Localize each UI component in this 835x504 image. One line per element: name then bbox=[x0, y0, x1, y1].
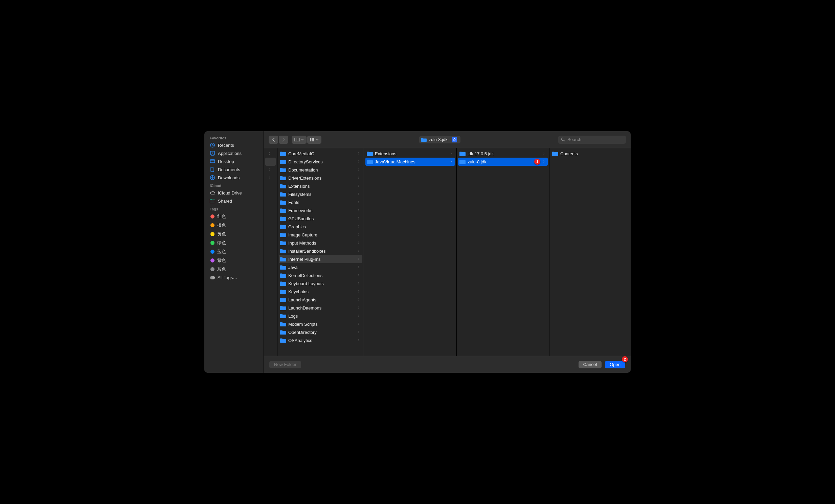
open-button[interactable]: Open bbox=[605, 361, 625, 369]
list-item[interactable]: Internet Plug-Ins〉 bbox=[279, 255, 362, 263]
sidebar-item[interactable]: All Tags… bbox=[204, 274, 264, 281]
sidebar-item-label: Recents bbox=[218, 143, 234, 148]
open-dialog: FavoritesRecentsAApplicationsDesktopDocu… bbox=[204, 131, 631, 373]
list-item[interactable]: Contents bbox=[551, 149, 629, 158]
list-item-label: Frameworks bbox=[288, 208, 355, 213]
list-item[interactable]: Keyboard Layouts〉 bbox=[279, 279, 362, 288]
list-item[interactable]: zulu-8.jdk〉1 bbox=[458, 158, 548, 166]
list-item[interactable] bbox=[265, 158, 276, 166]
view-group bbox=[292, 135, 321, 144]
sidebar-item[interactable]: 橙色 bbox=[204, 221, 264, 230]
list-item[interactable]: Java〉 bbox=[279, 263, 362, 271]
list-item[interactable]: Fonts〉 bbox=[279, 198, 362, 206]
column-1[interactable]: CoreMediaIO〉DirectoryServices〉Documentat… bbox=[278, 148, 364, 356]
sidebar-item[interactable]: 灰色 bbox=[204, 265, 264, 274]
view-columns-button[interactable] bbox=[292, 135, 307, 144]
list-item[interactable]: GPUBundles〉 bbox=[279, 214, 362, 223]
svg-text:A: A bbox=[211, 152, 214, 155]
list-item[interactable]: Frameworks〉 bbox=[279, 206, 362, 214]
list-item-label: DriverExtensions bbox=[288, 175, 355, 181]
list-item[interactable]: Logs〉 bbox=[279, 312, 362, 320]
list-item[interactable]: Modem Scripts〉 bbox=[279, 320, 362, 328]
dot-icon bbox=[210, 250, 215, 254]
column-2[interactable]: Extensions〉JavaVirtualMachines〉 bbox=[364, 148, 457, 356]
path-dropdown[interactable]: zulu-8.jdk bbox=[419, 136, 461, 143]
list-item-label: Contents bbox=[560, 151, 628, 156]
sidebar-item[interactable]: 绿色 bbox=[204, 238, 264, 247]
list-item[interactable]: KernelCollections〉 bbox=[279, 271, 362, 279]
sidebar-item[interactable]: 红色 bbox=[204, 212, 264, 221]
forward-button[interactable] bbox=[279, 135, 288, 144]
sidebar-item[interactable]: Desktop bbox=[204, 157, 264, 165]
list-item-label: Logs bbox=[288, 314, 355, 319]
list-item[interactable]: InstallerSandboxes〉 bbox=[279, 247, 362, 255]
group-button[interactable] bbox=[307, 135, 321, 144]
list-item-label: Fonts bbox=[288, 200, 355, 205]
list-item-label: LaunchDaemons bbox=[288, 306, 355, 311]
list-item-label: Modem Scripts bbox=[288, 322, 355, 327]
list-item[interactable]: Filesystems〉 bbox=[279, 190, 362, 198]
list-item-label: DirectoryServices bbox=[288, 159, 355, 164]
list-item-label: Internet Plug-Ins bbox=[288, 257, 355, 262]
sidebar-item[interactable]: Downloads bbox=[204, 173, 264, 182]
list-item-label: Filesystems bbox=[288, 192, 355, 197]
column-3[interactable]: jdk-17.0.5.jdk〉zulu-8.jdk〉1 bbox=[457, 148, 549, 356]
list-item[interactable]: Graphics〉 bbox=[279, 223, 362, 231]
sidebar-item[interactable]: Recents bbox=[204, 141, 264, 149]
svg-rect-13 bbox=[312, 139, 313, 140]
dot-icon bbox=[210, 267, 215, 271]
list-item[interactable]: DriverExtensions〉 bbox=[279, 174, 362, 182]
svg-rect-17 bbox=[313, 140, 314, 141]
list-item[interactable]: jdk-17.0.5.jdk〉 bbox=[458, 149, 548, 158]
list-item[interactable]: OSAnalytics〉 bbox=[279, 336, 362, 344]
sidebar-item-label: 绿色 bbox=[217, 240, 226, 246]
search-field[interactable]: Search bbox=[558, 135, 626, 144]
sidebar-item[interactable]: Shared bbox=[204, 197, 264, 205]
list-item[interactable]: LaunchDaemons〉 bbox=[279, 304, 362, 312]
sidebar-item-label: 蓝色 bbox=[217, 249, 226, 255]
list-item[interactable]: DirectoryServices〉 bbox=[279, 158, 362, 166]
shared-icon bbox=[210, 198, 215, 204]
list-item[interactable]: OpenDirectory〉 bbox=[279, 328, 362, 336]
sidebar-item[interactable]: 黄色 bbox=[204, 230, 264, 238]
sidebar-item[interactable]: 蓝色 bbox=[204, 247, 264, 256]
list-item[interactable]: 〉 bbox=[265, 174, 276, 182]
cancel-button[interactable]: Cancel bbox=[578, 361, 602, 369]
list-item-label: OSAnalytics bbox=[288, 338, 355, 343]
search-icon bbox=[561, 137, 565, 142]
list-item-label: OpenDirectory bbox=[288, 330, 355, 335]
list-item[interactable]: Image Capture〉 bbox=[279, 231, 362, 239]
list-item[interactable]: 〉 bbox=[265, 166, 276, 174]
sidebar-header: Favorites bbox=[204, 134, 264, 141]
new-folder-button[interactable]: New Folder bbox=[269, 361, 301, 369]
list-item-label: Image Capture bbox=[288, 232, 355, 237]
grid-small-icon bbox=[310, 138, 314, 141]
list-item-label: Graphics bbox=[288, 224, 355, 229]
column-4[interactable]: Contents bbox=[549, 148, 631, 356]
dot-icon bbox=[210, 223, 215, 227]
sidebar-item[interactable]: AApplications bbox=[204, 149, 264, 157]
list-item[interactable]: CoreMediaIO〉 bbox=[279, 149, 362, 158]
list-item[interactable]: Extensions〉 bbox=[365, 149, 455, 158]
sidebar-item[interactable]: iCloud Drive bbox=[204, 189, 264, 197]
dot-icon bbox=[210, 232, 215, 236]
sidebar-item[interactable]: Documents bbox=[204, 165, 264, 173]
sidebar-item-label: 灰色 bbox=[217, 266, 226, 272]
desktop-icon bbox=[210, 159, 215, 164]
back-button[interactable] bbox=[269, 135, 278, 144]
sidebar-item[interactable]: 紫色 bbox=[204, 256, 264, 265]
list-item[interactable]: Extensions〉 bbox=[279, 182, 362, 190]
list-item-label: JavaVirtualMachines bbox=[375, 159, 448, 164]
download-icon bbox=[210, 175, 215, 180]
list-item[interactable]: Keychains〉 bbox=[279, 288, 362, 296]
dot-icon bbox=[210, 214, 215, 218]
column-0[interactable]: 〉〉〉 bbox=[264, 148, 278, 356]
main-pane: zulu-8.jdk Search 〉〉〉 CoreMediaIO〉Direct… bbox=[264, 131, 631, 373]
toolbar: zulu-8.jdk Search bbox=[264, 131, 631, 148]
list-item[interactable]: 〉 bbox=[265, 149, 276, 158]
list-item[interactable]: LaunchAgents〉 bbox=[279, 296, 362, 304]
list-item[interactable]: Input Methods〉 bbox=[279, 239, 362, 247]
list-item[interactable]: JavaVirtualMachines〉 bbox=[365, 158, 455, 166]
sidebar-item-label: Applications bbox=[218, 151, 242, 156]
list-item[interactable]: Documentation〉 bbox=[279, 166, 362, 174]
